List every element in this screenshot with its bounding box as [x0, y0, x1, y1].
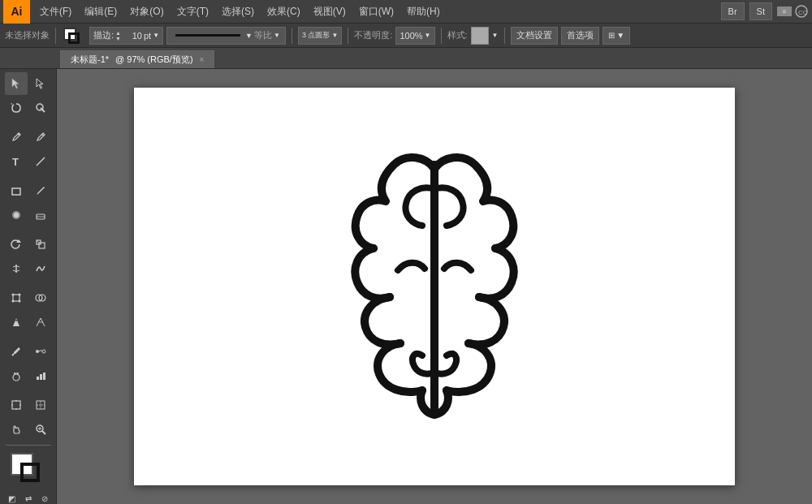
svg-point-37 [17, 373, 19, 374]
tools-panel: + T [0, 69, 57, 504]
artboard-tools-row [5, 394, 52, 416]
toolbar: 未选择对象 描边: ▲▼ 10 pt ▼ ▼ 等比 ▼ 3 点圆形 ▼ 不透明度… [0, 24, 812, 48]
menu-file[interactable]: 文件(F) [33, 0, 78, 24]
svg-marker-3 [37, 79, 43, 88]
svg-text:+: + [41, 131, 45, 139]
live-paint-tools-row [5, 311, 52, 334]
arrange-btn[interactable]: ⊞ ▼ [603, 27, 631, 45]
type-tool[interactable]: T [5, 150, 28, 173]
shape-tools-row [5, 179, 52, 202]
brush-type-selector[interactable]: 3 点圆形 ▼ [298, 27, 342, 45]
svg-rect-38 [37, 377, 39, 380]
swap-colors-btn[interactable]: ⇄ [22, 492, 35, 504]
sep5 [504, 28, 505, 44]
menu-select[interactable]: 选择(S) [215, 0, 261, 24]
opacity-label: 不透明度: [354, 29, 392, 41]
hand-tool[interactable] [5, 418, 28, 441]
svg-line-50 [42, 431, 45, 434]
blend-tool[interactable] [29, 340, 52, 363]
paintbrush-tool[interactable] [29, 179, 52, 202]
bridge-btn[interactable]: Br [721, 2, 745, 20]
color-area: ◩ ⇄ ⊘ ⊘ [6, 442, 51, 504]
rotate-tool[interactable] [5, 233, 28, 256]
svg-point-13 [14, 213, 19, 218]
perspective-tool[interactable] [29, 311, 52, 334]
width-tool[interactable] [5, 257, 28, 280]
default-colors-btn[interactable]: ◩ [6, 492, 19, 504]
stroke-type-selector[interactable]: ▼ 等比 ▼ [166, 27, 286, 45]
svg-rect-39 [40, 374, 42, 380]
svg-point-28 [15, 320, 17, 321]
brush-dropdown-arrow[interactable]: ▼ [331, 32, 338, 39]
menu-object[interactable]: 对象(O) [123, 0, 170, 24]
cc-icon[interactable]: CC [794, 4, 809, 19]
svg-point-25 [18, 300, 20, 303]
sep4 [441, 28, 442, 44]
svg-point-6 [37, 104, 43, 110]
document-tab[interactable]: 未标题-1* @ 97% (RGB/预览) × [60, 50, 214, 68]
rectangle-tool[interactable] [5, 179, 28, 202]
menu-window[interactable]: 窗口(W) [352, 0, 400, 24]
preferences-btn[interactable]: 首选项 [561, 27, 599, 45]
stroke-swatch[interactable] [68, 32, 80, 44]
stroke-dropdown-arrow[interactable]: ▼ [153, 32, 159, 39]
pen-tool[interactable] [5, 126, 28, 149]
svg-point-24 [11, 300, 14, 303]
line-tool[interactable] [29, 150, 52, 173]
style-label: 样式: [447, 29, 468, 41]
stroke-select[interactable]: 描边: ▲▼ 10 pt ▼ [89, 27, 163, 45]
direct-select-tool[interactable] [29, 72, 52, 95]
view-options-icon[interactable]: ≡ [777, 6, 792, 16]
blob-brush-tool[interactable] [5, 204, 28, 226]
column-graph-tool[interactable] [29, 364, 52, 387]
eyedropper-tool[interactable] [5, 340, 28, 363]
canvas-area[interactable] [57, 69, 812, 504]
zoom-tool[interactable] [29, 418, 52, 441]
stock-btn[interactable]: St [749, 2, 772, 20]
ai-logo: Ai [3, 0, 30, 24]
artboard [134, 88, 735, 485]
opacity-select[interactable]: 100% ▼ [395, 27, 434, 45]
stroke-type-arrow[interactable]: ▼ [245, 32, 253, 40]
style-swatch[interactable] [471, 27, 489, 45]
style-arrow[interactable]: ▼ [492, 32, 499, 39]
svg-point-23 [18, 294, 20, 296]
symbol-sprayer-tool[interactable] [5, 364, 28, 387]
blob-tools-row [5, 204, 52, 226]
slice-tool[interactable] [29, 394, 52, 416]
magic-wand-tool[interactable] [29, 97, 52, 119]
fill-stroke-swatch[interactable] [62, 26, 86, 45]
tab-close-btn[interactable]: × [200, 55, 205, 64]
shape-builder-tool[interactable] [29, 286, 52, 309]
scale-tool[interactable] [29, 233, 52, 256]
menu-effect[interactable]: 效果(C) [261, 0, 307, 24]
hand-zoom-tools-row [5, 418, 52, 441]
menu-view[interactable]: 视图(V) [307, 0, 352, 24]
doc-settings-btn[interactable]: 文档设置 [511, 27, 558, 45]
svg-rect-21 [13, 295, 19, 301]
opacity-arrow[interactable]: ▼ [425, 32, 431, 39]
menu-help[interactable]: 帮助(H) [400, 0, 447, 24]
fill-stroke-indicator[interactable] [11, 453, 46, 489]
menu-text[interactable]: 文字(T) [171, 0, 215, 24]
free-transform-tool[interactable] [5, 286, 28, 309]
none-color-btn[interactable]: ⊘ [38, 492, 51, 504]
pen-tools-row: + [5, 126, 52, 149]
stroke-updown[interactable]: ▲▼ [115, 27, 121, 45]
tab-subtitle: @ 97% (RGB/预览) [115, 54, 193, 66]
live-paint-tool[interactable] [5, 311, 28, 334]
eraser-tool[interactable] [29, 204, 52, 226]
add-anchor-tool[interactable]: + [29, 126, 52, 149]
svg-point-36 [14, 373, 15, 374]
brain-artwork [304, 132, 564, 441]
select-tools-row [5, 72, 52, 95]
rotate-tools-row [5, 233, 52, 256]
svg-rect-40 [43, 373, 45, 380]
artboard-tool[interactable] [5, 394, 28, 416]
width-tools-row [5, 257, 52, 280]
warp-tool[interactable] [29, 257, 52, 280]
lasso-tool[interactable] [5, 97, 28, 119]
stroke-color-box[interactable] [20, 463, 40, 482]
menu-edit[interactable]: 编辑(E) [78, 0, 123, 24]
select-tool[interactable] [5, 72, 28, 95]
